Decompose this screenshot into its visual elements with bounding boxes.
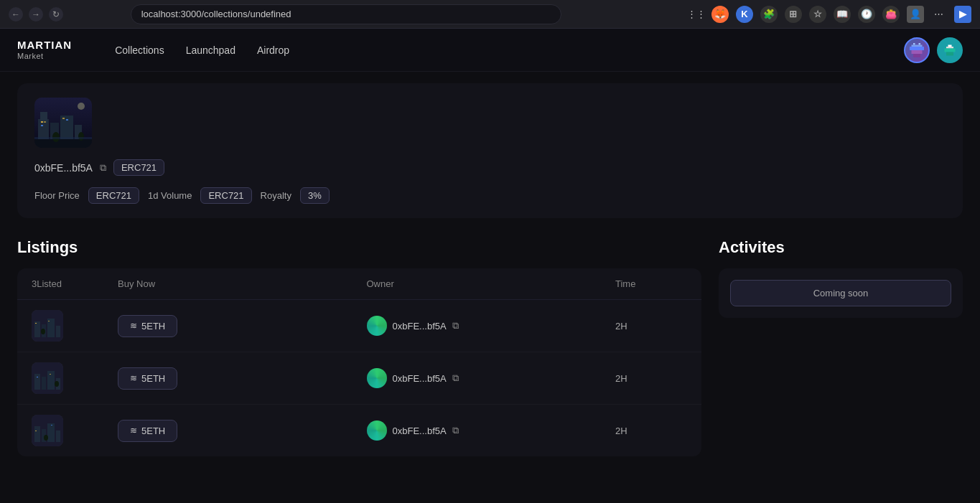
tabs-icon[interactable]: ⊞ [785, 6, 802, 23]
svg-rect-19 [62, 118, 65, 119]
svg-point-25 [78, 103, 85, 110]
svg-rect-48 [51, 425, 52, 426]
collection-address: 0xbFE...bf5A [34, 162, 93, 174]
owner-avatar-2 [367, 368, 387, 388]
eth-icon-3: ≋ [130, 426, 137, 436]
buy-price-3: 5ETH [141, 426, 165, 436]
svg-rect-47 [35, 431, 37, 431]
svg-rect-9 [946, 52, 953, 55]
eth-icon-2: ≋ [130, 373, 137, 383]
url-text: localhost:3000/collections/undefined [141, 9, 291, 19]
svg-rect-4 [912, 50, 923, 54]
buy-button-2[interactable]: ≋ 5ETH [118, 367, 177, 390]
col-owner: Owner [367, 278, 616, 289]
svg-rect-39 [37, 377, 38, 377]
svg-rect-30 [56, 326, 60, 337]
svg-point-49 [44, 435, 48, 441]
owner-address-3: 0xbFE...bf5A [393, 426, 447, 436]
collection-standard-badge: ERC721 [113, 159, 164, 176]
table-row: ≋ 5ETH 0xbFE...bf5A ⧉ 2H [17, 405, 701, 456]
owner-cell-3: 0xbFE...bf5A ⧉ [367, 420, 616, 441]
copy-owner-icon-2[interactable]: ⧉ [452, 372, 459, 384]
activities-title: Activites [719, 238, 963, 257]
star-icon[interactable]: ☆ [809, 6, 826, 23]
copy-owner-icon-1[interactable]: ⧉ [452, 320, 459, 332]
app-icon[interactable]: ▶ [954, 6, 971, 23]
settings-icon[interactable]: ⋮⋮ [689, 6, 704, 22]
logo: MARTIAN Market [17, 39, 72, 60]
time-cell-3: 2H [615, 426, 687, 436]
navbar: MARTIAN Market Collections Launchpad Air… [0, 29, 980, 72]
royalty-label: Royalty [261, 190, 291, 201]
puzzle-ext-icon[interactable]: 🧩 [760, 6, 778, 23]
collection-image [34, 98, 92, 148]
svg-point-41 [55, 381, 59, 387]
col-listed: 3Listed [32, 278, 118, 289]
copy-owner-icon-3[interactable]: ⧉ [452, 425, 459, 436]
k-ext-icon[interactable]: K [736, 6, 753, 23]
svg-rect-24 [34, 137, 92, 139]
svg-rect-45 [47, 423, 55, 442]
profile-icon[interactable]: 👤 [907, 6, 924, 23]
svg-rect-32 [48, 321, 50, 321]
nav-collections[interactable]: Collections [115, 44, 164, 56]
brave-icon[interactable]: 🦊 [711, 6, 729, 23]
nft-thumbnail-3 [32, 415, 63, 446]
buy-button-1[interactable]: ≋ 5ETH [118, 315, 177, 337]
forward-button[interactable]: → [29, 7, 43, 22]
browser-controls: ← → ↻ [9, 7, 63, 22]
table-row: ≋ 5ETH 0xbFE...bf5A ⧉ 2H [17, 352, 701, 405]
svg-rect-16 [41, 121, 43, 123]
svg-rect-37 [47, 371, 55, 390]
browser-chrome: ← → ↻ localhost:3000/collections/undefin… [0, 0, 980, 29]
svg-rect-27 [34, 321, 40, 337]
wallet-ext-icon[interactable]: 👛 [882, 6, 900, 23]
svg-rect-7 [946, 47, 953, 49]
owner-address-2: 0xbFE...bf5A [393, 373, 447, 384]
nav-launchpad[interactable]: Launchpad [186, 44, 235, 56]
nav-right [904, 37, 963, 63]
eth-icon-1: ≋ [130, 321, 137, 331]
svg-rect-35 [34, 374, 40, 390]
svg-rect-6 [948, 44, 952, 47]
svg-rect-8 [945, 48, 956, 52]
nav-avatar-teal[interactable] [937, 37, 963, 63]
svg-rect-2 [912, 44, 923, 47]
royalty-value: 3% [300, 187, 330, 204]
svg-rect-31 [35, 323, 37, 324]
volume-label: 1d Volume [148, 190, 192, 201]
collection-address-row: 0xbFE...bf5A ⧉ ERC721 [34, 159, 946, 176]
bookmark-icon[interactable]: 📖 [834, 6, 851, 23]
more-icon[interactable]: ⋯ [931, 6, 947, 22]
back-button[interactable]: ← [9, 7, 23, 22]
volume-value: ERC721 [200, 187, 251, 204]
svg-rect-3 [910, 47, 924, 50]
nav-avatar-pixel[interactable] [904, 37, 930, 63]
address-bar[interactable]: localhost:3000/collections/undefined [131, 4, 561, 24]
nav-airdrop[interactable]: Airdrop [257, 44, 289, 56]
buy-price-1: 5ETH [141, 321, 165, 332]
table-row: ≋ 5ETH 0xbFE...bf5A ⧉ 2H [17, 300, 701, 352]
col-time: Time [615, 278, 687, 289]
history-icon[interactable]: 🕐 [858, 6, 875, 23]
listings-title: Listings [17, 238, 701, 257]
svg-rect-21 [34, 139, 92, 148]
svg-point-33 [41, 329, 45, 334]
floor-price-label: Floor Price [34, 190, 80, 201]
buy-price-2: 5ETH [141, 373, 165, 384]
refresh-button[interactable]: ↻ [49, 7, 63, 22]
owner-address-1: 0xbFE...bf5A [393, 321, 447, 332]
svg-rect-5 [913, 54, 920, 57]
table-header: 3Listed Buy Now Owner Time [17, 268, 701, 300]
copy-address-icon[interactable]: ⧉ [100, 162, 106, 174]
svg-rect-1 [919, 43, 921, 45]
svg-rect-36 [42, 377, 46, 390]
svg-point-23 [78, 132, 84, 141]
time-cell-1: 2H [615, 321, 687, 332]
owner-avatar-3 [367, 420, 387, 441]
svg-rect-20 [66, 119, 68, 121]
floor-price-value: ERC721 [88, 187, 139, 204]
buy-button-3[interactable]: ≋ 5ETH [118, 420, 177, 442]
two-column-layout: Listings 3Listed Buy Now Owner Time [17, 238, 963, 456]
svg-rect-40 [50, 374, 51, 375]
